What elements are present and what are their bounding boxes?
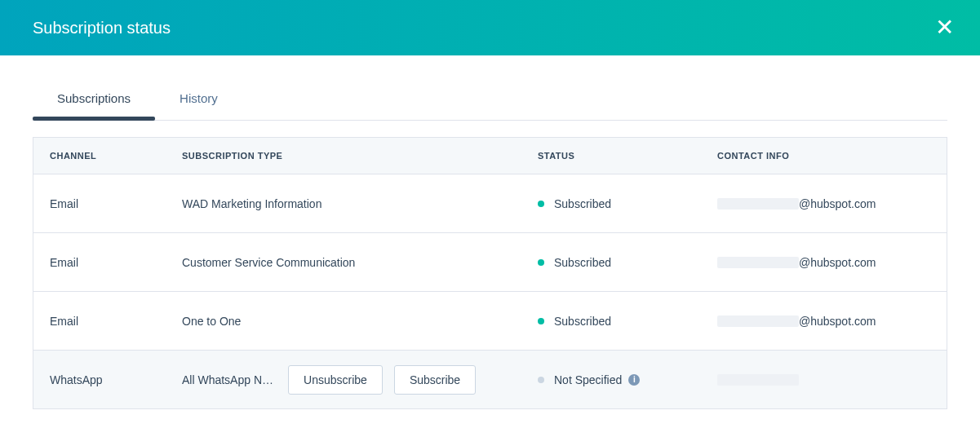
cell-status: Subscribed: [538, 256, 717, 269]
unsubscribe-button[interactable]: Unsubscribe: [288, 365, 383, 395]
cell-contact: @hubspot.com: [717, 197, 930, 210]
column-header-contact: CONTACT INFO: [717, 151, 930, 161]
column-header-channel: CHANNEL: [50, 151, 182, 161]
status-label: Subscribed: [554, 315, 611, 328]
type-label: One to One: [182, 315, 241, 328]
status-dot-icon: [538, 318, 544, 324]
status-dot-icon: [538, 377, 544, 383]
cell-channel: WhatsApp: [50, 373, 182, 386]
status-label: Not Specified: [554, 373, 622, 386]
cell-status: Not Specifiedi: [538, 373, 717, 386]
info-icon[interactable]: i: [628, 374, 640, 386]
modal-content: SubscriptionsHistory CHANNEL SUBSCRIPTIO…: [0, 55, 980, 409]
column-header-status: STATUS: [538, 151, 717, 161]
status-dot-icon: [538, 259, 544, 266]
type-label: Customer Service Communication: [182, 256, 355, 269]
modal-title: Subscription status: [33, 19, 171, 38]
tab-subscriptions[interactable]: Subscriptions: [33, 91, 155, 120]
contact-domain: @hubspot.com: [799, 197, 876, 210]
cell-channel: Email: [50, 315, 182, 328]
cell-channel: Email: [50, 197, 182, 210]
modal-header: Subscription status ✕: [0, 0, 980, 55]
contact-domain: @hubspot.com: [799, 256, 876, 269]
table-row: EmailCustomer Service CommunicationSubsc…: [33, 233, 947, 292]
cell-contact: @hubspot.com: [717, 315, 930, 328]
column-header-type: SUBSCRIPTION TYPE: [182, 151, 538, 161]
cell-status: Subscribed: [538, 315, 717, 328]
cell-type: Customer Service Communication: [182, 256, 538, 269]
table-row: EmailWAD Marketing InformationSubscribed…: [33, 174, 947, 233]
cell-type: WAD Marketing Information: [182, 197, 538, 210]
table-row: WhatsAppAll WhatsApp N…UnsubscribeSubscr…: [33, 351, 947, 409]
subscriptions-table: CHANNEL SUBSCRIPTION TYPE STATUS CONTACT…: [33, 137, 947, 409]
cell-contact: @hubspot.com: [717, 256, 930, 269]
redacted-contact: [717, 257, 799, 268]
table-header: CHANNEL SUBSCRIPTION TYPE STATUS CONTACT…: [33, 138, 947, 174]
tabs: SubscriptionsHistory: [33, 91, 947, 121]
redacted-contact: [717, 198, 799, 210]
redacted-contact: [717, 315, 799, 327]
type-label: WAD Marketing Information: [182, 197, 321, 210]
close-icon[interactable]: ✕: [935, 16, 954, 39]
tab-history[interactable]: History: [155, 91, 242, 120]
table-body: EmailWAD Marketing InformationSubscribed…: [33, 174, 947, 409]
redacted-contact: [717, 374, 799, 386]
type-label: All WhatsApp N…: [182, 373, 273, 386]
table-row: EmailOne to OneSubscribed@hubspot.com: [33, 292, 947, 351]
status-dot-icon: [538, 201, 544, 207]
cell-channel: Email: [50, 256, 182, 269]
cell-type: One to One: [182, 315, 538, 328]
status-label: Subscribed: [554, 256, 611, 269]
cell-status: Subscribed: [538, 197, 717, 210]
subscribe-button[interactable]: Subscribe: [394, 365, 476, 395]
cell-type: All WhatsApp N…UnsubscribeSubscribe: [182, 365, 538, 395]
contact-domain: @hubspot.com: [799, 315, 876, 328]
cell-contact: [717, 374, 930, 386]
status-label: Subscribed: [554, 197, 611, 210]
